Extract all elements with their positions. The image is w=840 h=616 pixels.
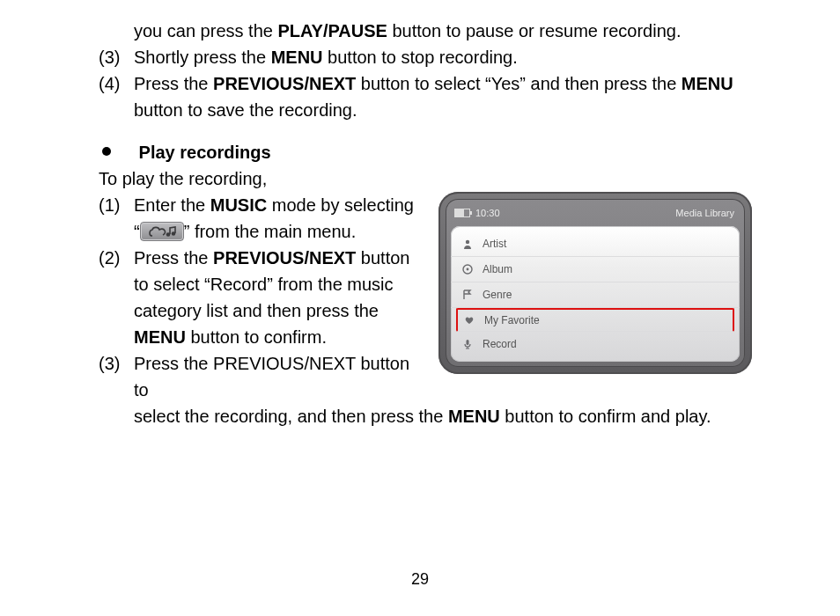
device-menu-label: Artist (483, 236, 506, 252)
device-menu-label: Record (483, 336, 517, 352)
device-screenshot: 10:30 Media Library Artist (438, 192, 752, 374)
play-step-1: Enter the MUSIC mode by selecting “ ” fr… (134, 192, 423, 245)
list-number: (4) (99, 70, 134, 123)
bold: PREVIOUS/NEXT (213, 74, 356, 93)
disc-icon (461, 263, 474, 275)
section-intro: To play the recording, (99, 165, 752, 192)
heart-icon (463, 314, 475, 326)
text: button to pause or resume recording. (387, 21, 682, 40)
bullet-icon (99, 139, 134, 163)
text: button to confirm. (186, 327, 327, 347)
bold: MENU (448, 407, 500, 426)
list-number: (2) (99, 245, 134, 350)
step-4-text: Press the PREVIOUS/NEXT button to select… (134, 70, 752, 123)
bold: MUSIC (210, 195, 267, 215)
device-menu-item-record: Record (451, 332, 740, 356)
music-mode-icon (140, 222, 184, 241)
svg-point-4 (467, 268, 469, 270)
text: Shortly press the (134, 48, 271, 67)
device-menu-item-album: Album (451, 257, 740, 282)
mic-icon (461, 338, 474, 350)
device-menu-item-genre: Genre (451, 282, 740, 308)
text: button to save the recording. (134, 100, 357, 120)
bold: MENU (134, 327, 186, 347)
text: ” from the main menu. (184, 222, 357, 241)
svg-rect-5 (467, 340, 469, 345)
person-icon (461, 238, 474, 250)
list-number-blank (99, 403, 134, 429)
play-step-2: Press the PREVIOUS/NEXT button to select… (134, 245, 423, 350)
flag-icon (461, 289, 474, 301)
play-step-3-continuation: select the recording, and then press the… (99, 403, 711, 429)
device-title: Media Library (675, 206, 734, 221)
instruction-list-top: you can press the PLAY/PAUSE button to p… (99, 18, 752, 123)
play-step-3b: select the recording, and then press the… (134, 403, 711, 429)
bold: PLAY/PAUSE (277, 21, 387, 40)
device-statusbar: 10:30 Media Library (451, 204, 740, 226)
text: select the recording, and then press the (134, 407, 448, 426)
device-menu-label: Album (483, 261, 512, 277)
text: button to stop recording. (323, 48, 518, 67)
section-header-row: Play recordings (99, 139, 752, 165)
play-steps-list: (1) Enter the MUSIC mode by selecting “ … (99, 192, 423, 403)
svg-point-2 (466, 239, 469, 243)
bold: PREVIOUS/NEXT (213, 248, 356, 268)
list-number: (3) (99, 44, 134, 70)
battery-icon (454, 209, 470, 217)
list-number-blank (99, 18, 134, 44)
bold: MENU (271, 48, 323, 67)
text: Press the (134, 248, 213, 268)
device-menu-label: My Favorite (484, 312, 540, 328)
list-number: (1) (99, 192, 134, 245)
bold: MENU (682, 74, 733, 93)
fragment-line: you can press the PLAY/PAUSE button to p… (134, 18, 752, 44)
text: button to select “Yes” and then press th… (356, 74, 682, 93)
text: you can press the (134, 21, 277, 40)
device-menu-label: Genre (483, 287, 512, 303)
play-step-3a: Press the PREVIOUS/NEXT button to (134, 350, 423, 403)
device-menu-list: Artist Album (451, 231, 740, 356)
step-3-text: Shortly press the MENU button to stop re… (134, 44, 752, 70)
text: Press the (134, 74, 213, 93)
device-time: 10:30 (475, 206, 500, 221)
text: Enter the (134, 195, 210, 215)
device-menu-item-artist: Artist (451, 231, 740, 257)
page-number: 29 (0, 568, 840, 591)
section-title: Play recordings (139, 139, 271, 165)
text: button to confirm and play. (500, 407, 711, 426)
list-number: (3) (99, 350, 134, 403)
device-menu-item-favorite-highlighted: My Favorite (456, 308, 734, 332)
